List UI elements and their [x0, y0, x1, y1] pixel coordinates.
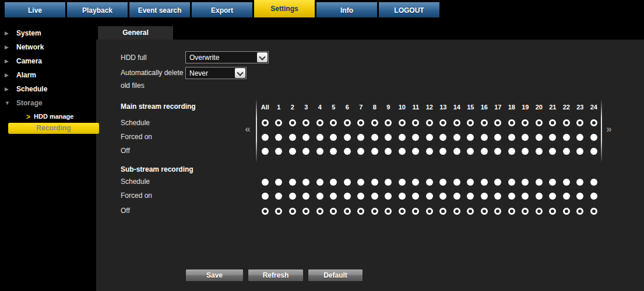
radio-schedule-ch-15[interactable]	[467, 119, 474, 126]
radio-off-ch-18[interactable]	[508, 208, 515, 215]
radio-schedule-ch-2[interactable]	[289, 179, 296, 186]
sidebar-item-recording[interactable]: Recording	[8, 123, 99, 134]
radio-forced-on-ch-9[interactable]	[385, 134, 392, 141]
radio-forced-on-ch-2[interactable]	[289, 193, 296, 200]
next-channels-icon[interactable]: »	[603, 123, 615, 135]
radio-forced-on-ch-13[interactable]	[439, 134, 446, 141]
radio-forced-on-ch-5[interactable]	[330, 134, 337, 141]
nav-tab-live[interactable]: Live	[5, 2, 65, 17]
radio-forced-on-ch-8[interactable]	[371, 134, 378, 141]
radio-forced-on-ch-4[interactable]	[316, 134, 323, 141]
refresh-button[interactable]: Refresh	[248, 269, 304, 282]
radio-off-ch-3[interactable]	[302, 148, 309, 155]
radio-forced-on-ch-14[interactable]	[453, 134, 460, 141]
radio-forced-on-ch-2[interactable]	[289, 134, 296, 141]
nav-tab-playback[interactable]: Playback	[67, 2, 128, 17]
radio-schedule-ch-14[interactable]	[453, 179, 460, 186]
radio-forced-on-ch-18[interactable]	[508, 193, 515, 200]
radio-off-ch-4[interactable]	[316, 148, 323, 155]
radio-schedule-ch-21[interactable]	[549, 119, 556, 126]
nav-tab-event-search[interactable]: Event search	[129, 2, 190, 17]
radio-off-ch-5[interactable]	[330, 208, 337, 215]
radio-schedule-ch-9[interactable]	[385, 179, 392, 186]
radio-forced-on-ch-22[interactable]	[563, 134, 570, 141]
sidebar-item-network[interactable]: ▶Network	[0, 42, 96, 52]
sidebar-item-camera[interactable]: ▶Camera	[0, 56, 96, 66]
radio-forced-on-ch-11[interactable]	[412, 193, 419, 200]
radio-schedule-ch-20[interactable]	[536, 179, 543, 186]
radio-forced-on-ch-all[interactable]	[262, 134, 269, 141]
radio-off-ch-21[interactable]	[549, 148, 556, 155]
radio-schedule-ch-4[interactable]	[316, 119, 323, 126]
radio-schedule-ch-8[interactable]	[371, 179, 378, 186]
radio-forced-on-ch-6[interactable]	[344, 134, 351, 141]
radio-off-ch-13[interactable]	[439, 208, 446, 215]
radio-off-ch-all[interactable]	[262, 208, 269, 215]
radio-off-ch-2[interactable]	[289, 208, 296, 215]
nav-tab-logout[interactable]: LOGOUT	[379, 2, 439, 17]
radio-off-ch-14[interactable]	[453, 208, 460, 215]
radio-off-ch-6[interactable]	[344, 148, 351, 155]
radio-off-ch-20[interactable]	[536, 148, 543, 155]
radio-forced-on-ch-4[interactable]	[316, 193, 323, 200]
sidebar-item-schedule[interactable]: ▶Schedule	[0, 84, 96, 94]
radio-forced-on-ch-24[interactable]	[590, 134, 597, 141]
radio-forced-on-ch-9[interactable]	[385, 193, 392, 200]
radio-off-ch-1[interactable]	[275, 148, 282, 155]
radio-schedule-ch-24[interactable]	[590, 179, 597, 186]
radio-schedule-ch-11[interactable]	[412, 179, 419, 186]
radio-schedule-ch-17[interactable]	[494, 119, 501, 126]
radio-forced-on-ch-6[interactable]	[344, 193, 351, 200]
radio-off-ch-8[interactable]	[371, 148, 378, 155]
radio-schedule-ch-3[interactable]	[302, 179, 309, 186]
radio-schedule-ch-22[interactable]	[563, 119, 570, 126]
radio-off-ch-11[interactable]	[412, 148, 419, 155]
radio-off-ch-6[interactable]	[344, 208, 351, 215]
radio-off-ch-24[interactable]	[590, 148, 597, 155]
sidebar-item-alarm[interactable]: ▶Alarm	[0, 70, 96, 80]
radio-forced-on-ch-24[interactable]	[590, 193, 597, 200]
radio-forced-on-ch-17[interactable]	[494, 193, 501, 200]
radio-schedule-ch-4[interactable]	[316, 179, 323, 186]
radio-schedule-ch-13[interactable]	[439, 179, 446, 186]
nav-tab-info[interactable]: Info	[316, 2, 377, 17]
radio-forced-on-ch-15[interactable]	[467, 134, 474, 141]
auto-delete-select[interactable]: Never	[185, 67, 247, 79]
radio-forced-on-ch-12[interactable]	[426, 134, 433, 141]
radio-forced-on-ch-7[interactable]	[357, 134, 364, 141]
radio-forced-on-ch-14[interactable]	[453, 193, 460, 200]
tab-general[interactable]: General	[98, 26, 173, 40]
radio-schedule-ch-5[interactable]	[330, 179, 337, 186]
hdd-full-select[interactable]: Overwrite	[185, 51, 269, 63]
radio-off-ch-23[interactable]	[576, 148, 583, 155]
radio-schedule-ch-17[interactable]	[494, 179, 501, 186]
radio-schedule-ch-1[interactable]	[275, 179, 282, 186]
radio-forced-on-ch-10[interactable]	[399, 193, 406, 200]
sidebar-item-system[interactable]: ▶System	[0, 29, 96, 38]
radio-off-ch-17[interactable]	[494, 148, 501, 155]
radio-off-ch-9[interactable]	[385, 208, 392, 215]
radio-schedule-ch-6[interactable]	[344, 179, 351, 186]
nav-tab-export[interactable]: Export	[192, 2, 252, 17]
radio-forced-on-ch-18[interactable]	[508, 134, 515, 141]
sidebar-item-storage[interactable]: ▼Storage	[0, 98, 96, 108]
radio-schedule-ch-23[interactable]	[576, 119, 583, 126]
radio-forced-on-ch-17[interactable]	[494, 134, 501, 141]
radio-schedule-ch-13[interactable]	[439, 119, 446, 126]
radio-forced-on-ch-23[interactable]	[576, 193, 583, 200]
radio-off-ch-13[interactable]	[439, 148, 446, 155]
radio-schedule-ch-23[interactable]	[576, 179, 583, 186]
radio-off-ch-10[interactable]	[399, 148, 406, 155]
radio-forced-on-ch-11[interactable]	[412, 134, 419, 141]
radio-forced-on-ch-1[interactable]	[275, 134, 282, 141]
radio-schedule-ch-6[interactable]	[344, 119, 351, 126]
radio-schedule-ch-3[interactable]	[302, 119, 309, 126]
radio-off-ch-3[interactable]	[302, 208, 309, 215]
radio-off-ch-21[interactable]	[549, 208, 556, 215]
radio-schedule-ch-20[interactable]	[536, 119, 543, 126]
radio-schedule-ch-8[interactable]	[371, 119, 378, 126]
radio-forced-on-ch-8[interactable]	[371, 193, 378, 200]
radio-schedule-ch-12[interactable]	[426, 179, 433, 186]
radio-off-ch-16[interactable]	[481, 148, 488, 155]
radio-schedule-ch-7[interactable]	[357, 119, 364, 126]
